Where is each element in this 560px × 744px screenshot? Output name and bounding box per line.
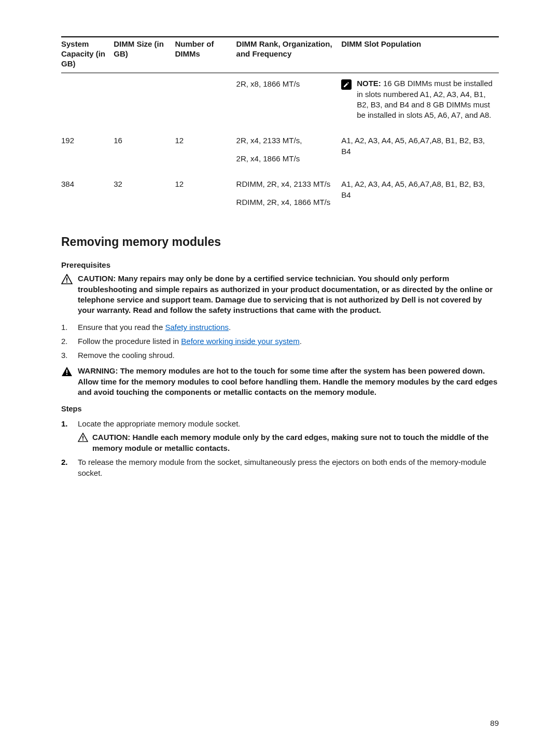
th-system-capacity: System Capacity (in GB) <box>61 37 114 73</box>
caution-icon <box>61 274 73 284</box>
caution-block: CAUTION: Many repairs may only be done b… <box>61 273 499 315</box>
cell-sys: 192 <box>61 126 114 169</box>
list-item: 2. To release the memory module from the… <box>61 457 499 478</box>
warning-icon <box>61 366 73 377</box>
list-item: 1. Ensure that you read the Safety instr… <box>61 322 499 333</box>
th-dimm-rank: DIMM Rank, Organization, and Frequency <box>236 37 342 73</box>
table-row: 384 32 12 RDIMM, 2R, x4, 2133 MT/s RDIMM… <box>61 169 499 213</box>
table-header-row: System Capacity (in GB) DIMM Size (in GB… <box>61 37 499 73</box>
cell-slot-note: NOTE: 16 GB DIMMs must be installed in s… <box>341 73 499 126</box>
section-heading: Removing memory modules <box>61 233 499 250</box>
th-slot-population: DIMM Slot Population <box>341 37 499 73</box>
cell-dimm: 16 <box>114 126 175 169</box>
note-icon <box>341 79 352 90</box>
cell-freq: RDIMM, 2R, x4, 2133 MT/s RDIMM, 2R, x4, … <box>236 169 342 213</box>
before-working-link[interactable]: Before working inside your system <box>181 337 299 346</box>
cell-slot: A1, A2, A3, A4, A5, A6,A7,A8, B1, B2, B3… <box>341 126 499 169</box>
page-number: 89 <box>490 718 499 728</box>
list-item: 3. Remove the cooling shroud. <box>61 350 499 361</box>
table-row: 192 16 12 2R, x4, 2133 MT/s, 2R, x4, 186… <box>61 126 499 169</box>
dimm-spec-table: System Capacity (in GB) DIMM Size (in GB… <box>61 36 499 213</box>
steps-list: 1. Locate the appropriate memory module … <box>61 418 499 478</box>
steps-heading: Steps <box>61 404 499 414</box>
warning-block: WARNING: The memory modules are hot to t… <box>61 366 499 397</box>
safety-instructions-link[interactable]: Safety instructions <box>165 323 229 332</box>
cell-dimm: 32 <box>114 169 175 213</box>
cell-num: 12 <box>175 169 236 213</box>
cell-slot: A1, A2, A3, A4, A5, A6,A7,A8, B1, B2, B3… <box>341 169 499 213</box>
caution-icon <box>78 433 88 442</box>
cell-num: 12 <box>175 126 236 169</box>
th-dimm-size: DIMM Size (in GB) <box>114 37 175 73</box>
caution-text: CAUTION: Many repairs may only be done b… <box>78 273 499 315</box>
inline-caution: CAUTION: Handle each memory module only … <box>78 432 499 453</box>
prerequisite-steps-list: 1. Ensure that you read the Safety instr… <box>61 322 499 361</box>
cell-freq: 2R, x8, 1866 MT/s <box>236 73 342 126</box>
list-item: 1. Locate the appropriate memory module … <box>61 418 499 453</box>
table-row: 2R, x8, 1866 MT/s NOTE: 16 GB DIMMs must… <box>61 73 499 126</box>
cell-freq: 2R, x4, 2133 MT/s, 2R, x4, 1866 MT/s <box>236 126 342 169</box>
prerequisites-heading: Prerequisites <box>61 259 499 270</box>
list-item: 2. Follow the procedure listed in Before… <box>61 336 499 347</box>
note-text: NOTE: 16 GB DIMMs must be installed in s… <box>357 78 495 120</box>
warning-text: WARNING: The memory modules are hot to t… <box>78 366 499 397</box>
caution-text: CAUTION: Handle each memory module only … <box>92 432 499 453</box>
cell-sys: 384 <box>61 169 114 213</box>
th-number-dimms: Number of DIMMs <box>175 37 236 73</box>
